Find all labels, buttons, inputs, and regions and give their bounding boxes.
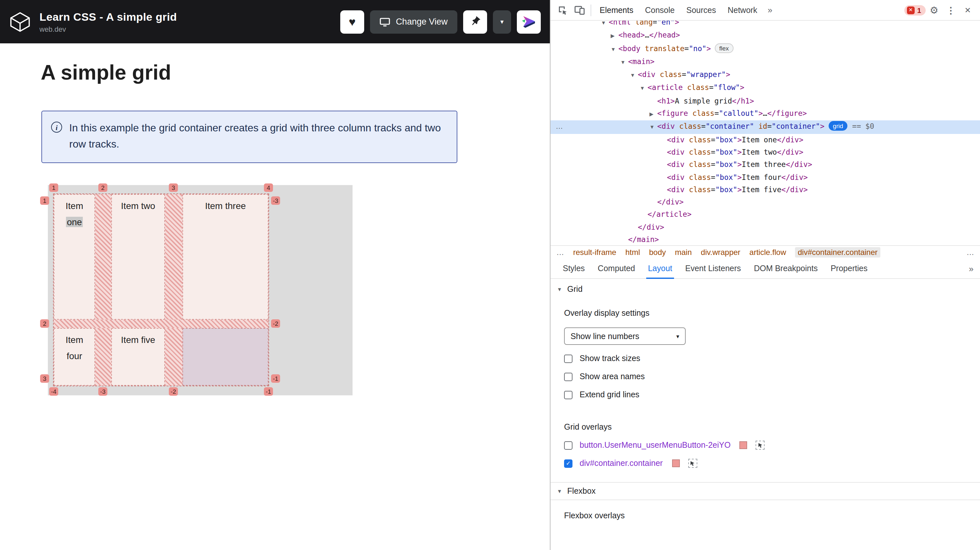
expand-arrow-icon[interactable]: ▼ — [611, 43, 619, 56]
flexbox-overlays-title: Flexbox overlays — [564, 511, 980, 520]
grid-line-number-badge: -2 — [271, 319, 280, 328]
overlay-element-label[interactable]: div#container.container — [579, 459, 663, 468]
inspect-element-button[interactable] — [554, 2, 571, 18]
pin-button[interactable] — [463, 10, 487, 33]
expand-arrow-icon[interactable]: ▼ — [640, 83, 648, 95]
expand-arrow-icon[interactable]: ▼ — [630, 69, 638, 82]
row-menu-icon[interactable]: … — [556, 121, 563, 133]
select-arrow-icon: ▾ — [676, 333, 679, 340]
breadcrumb-item[interactable]: article.flow — [749, 248, 786, 257]
close-devtools-button[interactable]: ✕ — [959, 2, 976, 18]
code-token: <article — [648, 84, 687, 92]
grid-overlay-row[interactable]: button.UserMenu_userMenuButton-2eiYO — [564, 441, 980, 450]
tab-layout[interactable]: Layout — [642, 258, 678, 279]
collapse-arrow-icon[interactable]: ▶ — [649, 108, 657, 121]
breadcrumb-item[interactable]: div#container.container — [795, 247, 880, 258]
device-toolbar-button[interactable] — [571, 2, 588, 18]
breadcrumb-overflow[interactable]: … — [556, 248, 564, 257]
code-token: <figure — [657, 109, 692, 118]
tab-computed[interactable]: Computed — [592, 258, 641, 279]
tree-row[interactable]: <div class="box">Item four</div> — [550, 171, 980, 184]
collapse-arrow-icon[interactable]: ▶ — [611, 30, 619, 43]
grid-section-label: Grid — [567, 285, 582, 294]
row-gap-hatch — [54, 320, 269, 328]
more-panel-tabs-button[interactable]: » — [969, 264, 974, 273]
checkbox[interactable] — [564, 441, 573, 450]
tab-network[interactable]: Network — [722, 0, 763, 21]
tab-properties[interactable]: Properties — [825, 258, 873, 279]
grid-overlay-row[interactable]: ✓div#container.container — [564, 459, 980, 468]
show-element-icon[interactable] — [688, 459, 697, 468]
tree-row[interactable]: <div class="box">Item two</div> — [550, 146, 980, 159]
overlay-color-swatch[interactable] — [740, 441, 748, 449]
line-numbers-select[interactable]: Show line numbers ▾ — [564, 327, 686, 345]
grid-line-number-badge: -3 — [98, 387, 107, 396]
tree-row[interactable]: </div> — [550, 221, 980, 234]
layout-option[interactable]: Extend grid lines — [564, 390, 980, 399]
error-badge[interactable]: ✕ 1 — [904, 5, 926, 15]
grid-section-header[interactable]: ▼ Grid — [550, 279, 980, 298]
tree-row[interactable]: ▼<article class="flow"> — [550, 82, 980, 95]
checkbox[interactable] — [564, 372, 573, 381]
expand-button[interactable]: ▾ — [493, 10, 511, 33]
layout-option[interactable]: Show area names — [564, 372, 980, 381]
tree-row[interactable]: ▼<body translate="no">flex — [550, 42, 980, 56]
code-token: "box" — [716, 148, 737, 156]
tree-row[interactable]: <div class="box">Item five</div> — [550, 184, 980, 196]
grid-badge[interactable]: grid — [828, 121, 848, 131]
glitch-button[interactable] — [517, 10, 541, 33]
breadcrumb-item[interactable]: html — [625, 248, 640, 257]
grid-line-number-badge: 3 — [40, 374, 49, 383]
tab-elements[interactable]: Elements — [594, 0, 639, 21]
tree-row[interactable]: <div class="box">Item three</div> — [550, 159, 980, 171]
more-tabs-button[interactable]: » — [763, 5, 776, 15]
tree-row[interactable]: ▶<head>…</head> — [550, 29, 980, 43]
pin-icon — [469, 16, 480, 27]
breadcrumb-item[interactable]: main — [675, 248, 692, 257]
tree-row[interactable]: <h1>A simple grid</h1> — [550, 95, 980, 108]
grid-overlays-list: button.UserMenu_userMenuButton-2eiYO✓div… — [550, 441, 980, 468]
breadcrumb-more[interactable]: … — [966, 248, 974, 257]
elements-tree: ▼<html lang="en">▶<head>…</head>▼<body t… — [550, 21, 980, 245]
tree-row[interactable]: </article> — [550, 209, 980, 221]
expand-arrow-icon[interactable]: ▼ — [649, 121, 657, 134]
devtools-toolbar: ElementsConsoleSourcesNetwork » ✕ 1 ⚙ ⋮ … — [550, 0, 980, 21]
flexbox-section-header[interactable]: ▼ Flexbox — [550, 482, 980, 500]
breadcrumb-item[interactable]: result-iframe — [573, 248, 616, 257]
tree-row[interactable]: …▼<div class="container" id="container">… — [550, 121, 980, 134]
tree-row[interactable]: ▶<figure class="callout">…</figure> — [550, 107, 980, 121]
expand-arrow-icon[interactable]: ▼ — [620, 56, 628, 69]
breadcrumb-item[interactable]: div.wrapper — [701, 248, 740, 257]
code-token: <div — [667, 148, 689, 156]
gear-icon: ⚙ — [930, 4, 939, 16]
favorite-button[interactable]: ♥ — [340, 10, 364, 33]
checkbox[interactable] — [564, 354, 573, 363]
flex-badge[interactable]: flex — [715, 43, 733, 53]
tab-dom-breakpoints[interactable]: DOM Breakpoints — [748, 258, 824, 279]
grid-line-number-badge: -4 — [49, 387, 58, 396]
grid-item-label: Item three — [205, 198, 246, 214]
checkbox[interactable] — [564, 391, 573, 399]
code-token: <h1> — [657, 97, 675, 105]
tab-console[interactable]: Console — [639, 0, 681, 21]
devtools-menu-button[interactable]: ⋮ — [942, 2, 959, 18]
tab-sources[interactable]: Sources — [681, 0, 722, 21]
tree-row[interactable]: <div class="box">Item one</div> — [550, 134, 980, 146]
tab-styles[interactable]: Styles — [557, 258, 590, 279]
layout-option[interactable]: Show track sizes — [564, 354, 980, 363]
overlay-color-swatch[interactable] — [672, 459, 679, 467]
tree-row[interactable]: </main> — [550, 234, 980, 245]
breadcrumb-item[interactable]: body — [649, 248, 666, 257]
tree-row[interactable]: ▼<main> — [550, 56, 980, 69]
tree-row[interactable]: ▼<html lang="en"> — [550, 21, 980, 29]
tab-event-listeners[interactable]: Event Listeners — [679, 258, 747, 279]
tree-row[interactable]: ▼<div class="wrapper"> — [550, 69, 980, 82]
settings-button[interactable]: ⚙ — [926, 2, 942, 18]
code-token: </article> — [648, 210, 692, 219]
show-element-icon[interactable] — [756, 441, 765, 450]
expand-arrow-icon[interactable]: ▼ — [601, 21, 609, 29]
tree-row[interactable]: </div> — [550, 196, 980, 209]
overlay-element-label[interactable]: button.UserMenu_userMenuButton-2eiYO — [579, 441, 731, 450]
checkbox[interactable]: ✓ — [564, 459, 573, 467]
change-view-button[interactable]: Change View — [370, 10, 457, 33]
